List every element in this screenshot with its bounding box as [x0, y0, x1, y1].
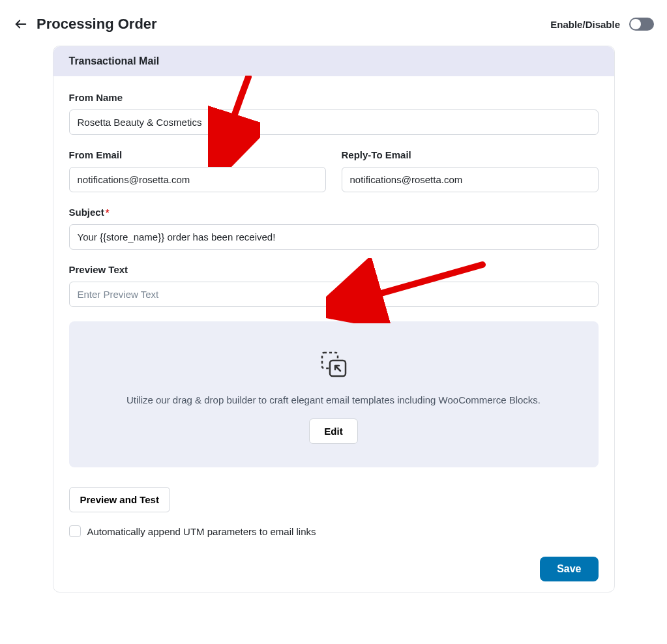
- from-name-input[interactable]: [69, 110, 599, 135]
- subject-label: Subject*: [69, 207, 599, 218]
- preview-and-test-button[interactable]: Preview and Test: [69, 487, 170, 512]
- arrow-left-icon: [14, 17, 28, 31]
- save-button[interactable]: Save: [540, 557, 598, 581]
- preview-text-input[interactable]: [69, 282, 599, 307]
- utm-checkbox-label: Automatically append UTM parameters to e…: [87, 526, 316, 537]
- settings-card: Transactional Mail From Name From Email …: [53, 46, 615, 593]
- from-name-label: From Name: [69, 92, 599, 103]
- utm-checkbox[interactable]: [69, 525, 81, 537]
- required-asterisk: *: [106, 207, 110, 218]
- panel-heading: Transactional Mail: [53, 46, 614, 76]
- enable-disable-label: Enable/Disable: [550, 19, 620, 30]
- top-bar: Processing Order Enable/Disable: [10, 10, 657, 46]
- page-title: Processing Order: [37, 16, 157, 33]
- builder-callout: Utilize our drag & drop builder to craft…: [69, 321, 599, 467]
- back-arrow-button[interactable]: [13, 16, 29, 32]
- subject-input[interactable]: [69, 224, 599, 250]
- builder-hint-text: Utilize our drag & drop builder to craft…: [82, 394, 585, 405]
- reply-to-label: Reply-To Email: [342, 149, 599, 160]
- toggle-knob: [630, 19, 641, 29]
- enable-disable-toggle[interactable]: [629, 18, 654, 31]
- from-email-label: From Email: [69, 149, 326, 160]
- reply-to-input[interactable]: [342, 167, 599, 192]
- builder-drag-icon: [316, 347, 352, 384]
- preview-text-label: Preview Text: [69, 264, 599, 275]
- from-email-input[interactable]: [69, 167, 326, 192]
- edit-template-button[interactable]: Edit: [309, 418, 357, 444]
